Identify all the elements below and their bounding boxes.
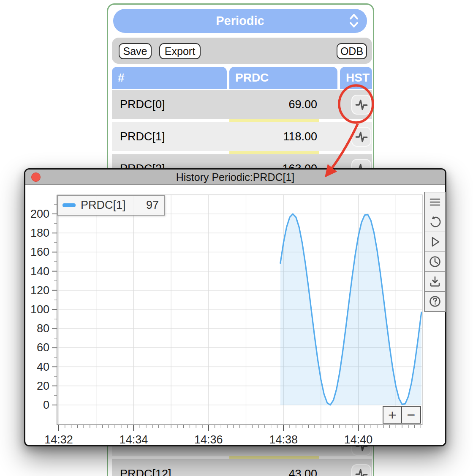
svg-text:14:40: 14:40	[344, 433, 373, 446]
svg-text:80: 80	[37, 322, 49, 335]
svg-text:40: 40	[37, 361, 49, 373]
zoom-in-button[interactable]: +	[383, 406, 402, 424]
value-cell[interactable]: 118.00	[229, 122, 317, 151]
svg-text:14:36: 14:36	[194, 433, 223, 446]
svg-text:0: 0	[43, 399, 49, 411]
svg-text:160: 160	[30, 246, 49, 258]
download-icon	[427, 274, 443, 289]
history-button[interactable]	[351, 464, 371, 476]
value-cell[interactable]: 69.00	[229, 90, 317, 119]
svg-text:60: 60	[37, 341, 49, 354]
svg-text:100: 100	[30, 303, 49, 316]
chart-toolbar	[424, 192, 446, 312]
legend-series-name: PRDC[1]	[81, 199, 126, 212]
table-row-prdc12: PRDC[12] 43.00	[112, 459, 372, 476]
svg-text:14:34: 14:34	[120, 433, 148, 446]
chart-legend[interactable]: PRDC[1] 97	[57, 195, 165, 216]
play-button[interactable]	[424, 232, 446, 252]
svg-text:140: 140	[30, 265, 49, 278]
row-label: PRDC[12]	[120, 459, 171, 476]
svg-text:200: 200	[30, 208, 49, 220]
chevron-up-down-icon[interactable]	[348, 12, 359, 29]
menu-button[interactable]	[424, 192, 446, 212]
zoom-out-button[interactable]: −	[401, 406, 421, 424]
pulse-icon	[354, 98, 369, 112]
pulse-icon	[354, 130, 369, 144]
history-window: History Periodic:PRDC[1] 020406080100120…	[24, 168, 446, 446]
odb-button[interactable]: ODB	[337, 43, 367, 59]
table-row-prdc1: PRDC[1] 118.00	[112, 122, 372, 151]
svg-text:20: 20	[37, 380, 49, 392]
menu-icon	[427, 194, 443, 210]
help-icon	[427, 294, 443, 309]
table-row-prdc0: PRDC[0] 69.00	[112, 90, 372, 119]
column-header-hst[interactable]: HST	[340, 67, 372, 89]
history-window-titlebar[interactable]: History Periodic:PRDC[1]	[25, 170, 445, 185]
save-button[interactable]: Save	[119, 43, 152, 59]
row-label: PRDC[0]	[120, 90, 165, 119]
help-button[interactable]	[424, 291, 446, 312]
svg-text:14:38: 14:38	[269, 433, 298, 446]
zoom-controls: + −	[383, 406, 421, 424]
periodic-panel-title: Periodic	[216, 14, 264, 28]
column-header-prdc[interactable]: PRDC	[229, 67, 337, 89]
screenshot-root: Periodic Save Export ODB # PRDC HST PRDC…	[0, 0, 473, 476]
legend-current-value: 97	[146, 199, 159, 212]
row-label: PRDC[1]	[120, 122, 165, 151]
play-icon	[427, 234, 443, 249]
history-button[interactable]	[351, 95, 371, 115]
history-window-title: History Periodic:PRDC[1]	[25, 170, 445, 185]
pulse-icon	[354, 467, 369, 476]
svg-text:14:32: 14:32	[44, 433, 73, 446]
clock-button[interactable]	[424, 252, 446, 272]
reset-icon	[427, 214, 443, 230]
reset-button[interactable]	[424, 212, 446, 232]
download-button[interactable]	[424, 271, 446, 292]
export-button[interactable]: Export	[159, 43, 201, 59]
history-button[interactable]	[351, 127, 371, 147]
periodic-toolbar: Save Export ODB	[112, 38, 372, 64]
value-cell[interactable]: 43.00	[229, 459, 317, 476]
svg-text:180: 180	[30, 227, 49, 239]
svg-text:120: 120	[30, 284, 49, 297]
series-color-swatch	[63, 203, 76, 207]
periodic-panel-header[interactable]: Periodic	[113, 9, 367, 33]
column-header-index[interactable]: #	[112, 67, 227, 89]
clock-icon	[427, 254, 443, 269]
